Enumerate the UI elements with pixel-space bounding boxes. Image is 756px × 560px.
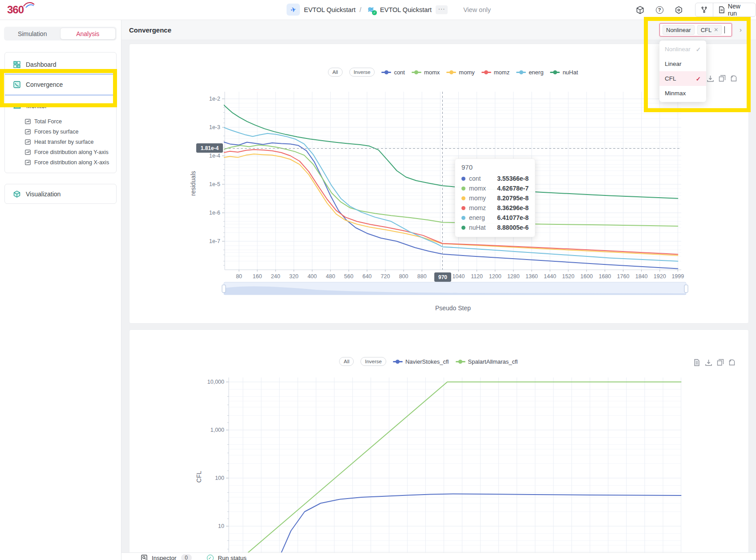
tooltip-row-momy: momy8.20795e-8	[461, 193, 529, 203]
legend-item-momy[interactable]: momy	[446, 69, 474, 76]
tab-simulation[interactable]: Simulation	[5, 28, 60, 40]
legend-button-inverse[interactable]: Inverse	[349, 68, 375, 77]
legend-item-SpalartAllmaras_cfl[interactable]: SpalartAllmaras_cfl	[456, 358, 518, 365]
check-icon: ✓	[696, 75, 701, 82]
legend-label: NavierStokes_cfl	[405, 358, 449, 365]
logo-360[interactable]: 360	[7, 4, 24, 16]
monitor-item[interactable]: Heat transfer by surface	[5, 137, 116, 147]
breadcrumb-project[interactable]: EVTOL Quickstart	[304, 6, 356, 13]
monitor-item-label: Heat transfer by surface	[34, 139, 93, 145]
status-bar: Inspector 0 ✓ Run status	[121, 552, 756, 560]
download-icon[interactable]	[707, 75, 714, 82]
legend-button-all[interactable]: All	[339, 357, 354, 366]
sidebar-item-monitor[interactable]: Monitor	[5, 95, 116, 116]
legend-marker	[412, 70, 421, 74]
zoombox-icon[interactable]	[719, 75, 726, 82]
legend-item-NavierStokes_cfl[interactable]: NavierStokes_cfl	[393, 358, 449, 365]
monitor-icon	[13, 102, 21, 109]
sidebar-item-dashboard[interactable]: Dashboard	[5, 55, 116, 74]
settings-gear-icon[interactable]	[672, 3, 685, 16]
plane-icon: ✈	[290, 5, 297, 14]
legend-label: momx	[424, 69, 440, 76]
download-icon[interactable]	[705, 359, 712, 366]
new-run-button[interactable]: New run	[713, 3, 756, 16]
legend-marker	[393, 360, 403, 364]
sidebar-item-label: Dashboard	[26, 61, 57, 68]
zoombox-icon[interactable]	[717, 359, 724, 366]
legend-item-energ[interactable]: energ	[516, 69, 543, 76]
cfl-legend: AllInverseNavierStokes_cflSpalartAllmara…	[196, 357, 661, 366]
monitor-item[interactable]: Force distribution along Y-axis	[5, 147, 116, 157]
view-only-label: View only	[463, 6, 491, 13]
chart-filter-select[interactable]: Nonlinear CFL ✕	[659, 23, 732, 37]
legend-marker	[550, 70, 560, 74]
sidebar-item-convergence[interactable]: Convergence	[5, 74, 116, 95]
tab-analysis[interactable]: Analysis	[60, 28, 116, 40]
legend-item-cont[interactable]: cont	[381, 69, 405, 76]
legend-item-momz[interactable]: momz	[481, 69, 509, 76]
legend-item-nuHat[interactable]: nuHat	[550, 69, 578, 76]
legend-label: nuHat	[562, 69, 578, 76]
monitor-sublist: Total ForceForces by surfaceHeat transfe…	[5, 116, 116, 173]
tooltip-step: 970	[461, 163, 529, 171]
monitor-item[interactable]: Forces by surface	[5, 126, 116, 137]
nonlinear-x-axis-label: Pseudo Step	[426, 304, 480, 312]
run-success-badge: ✓	[372, 10, 377, 15]
topbar-actions: ? New run	[634, 3, 756, 17]
panel-collapse-chevron[interactable]: ›	[740, 26, 742, 33]
inspector-button[interactable]: Inspector	[152, 555, 177, 560]
legend-item-momx[interactable]: momx	[412, 69, 440, 76]
legend-label: momz	[494, 69, 509, 76]
app-screen: 360 ✈ EVTOL Quickstart / ≋ ✓ EVTOL Quick…	[0, 0, 756, 560]
package-cube-icon[interactable]	[634, 3, 647, 16]
restore-icon[interactable]	[728, 359, 736, 366]
sidebar: Simulation Analysis Dashboard Convergenc…	[0, 20, 121, 560]
help-icon[interactable]: ?	[653, 3, 666, 16]
fork-run-button[interactable]	[695, 3, 713, 16]
dataview-icon[interactable]	[693, 359, 700, 366]
tooltip-row-energ: energ6.41077e-8	[461, 213, 529, 223]
logo-swoosh-icon	[23, 1, 35, 9]
legend-marker	[381, 70, 391, 74]
y-crosshair-badge: 1.81e-4	[196, 143, 223, 153]
legend-marker	[481, 70, 491, 74]
breadcrumb: ✈ EVTOL Quickstart / ≋ ✓ EVTOL Quickstar…	[287, 4, 491, 16]
legend-button-inverse[interactable]: Inverse	[360, 357, 386, 366]
monitor-item-label: Total Force	[34, 118, 62, 125]
legend-label: cont	[394, 69, 405, 76]
sidebar-item-label: Monitor	[26, 102, 47, 110]
monitor-item[interactable]: Force distribution along X-axis	[5, 157, 116, 167]
fork-icon	[701, 6, 707, 13]
page-title: Convergence	[129, 26, 171, 34]
project-icon[interactable]: ✈	[287, 4, 300, 16]
tooltip-row-cont: cont3.55366e-8	[461, 174, 529, 183]
nonlinear-toolbar	[707, 75, 737, 82]
legend-label: momy	[459, 69, 474, 76]
menu-option-linear[interactable]: Linear	[659, 57, 706, 71]
monitor-item[interactable]: Total Force	[5, 116, 116, 126]
monitor-item-label: Force distribution along Y-axis	[34, 149, 109, 155]
chart-filter-menu: Nonlinear✓LinearCFL✓Minmax	[659, 41, 706, 102]
menu-option-nonlinear[interactable]: Nonlinear✓	[659, 42, 706, 57]
filter-tag-nonlinear[interactable]: Nonlinear	[663, 25, 695, 35]
legend-marker	[516, 70, 526, 74]
filter-tag-cfl[interactable]: CFL ✕	[697, 25, 722, 35]
restore-icon[interactable]	[730, 75, 737, 82]
tooltip-row-momz: momz8.36296e-8	[461, 203, 529, 213]
breadcrumb-run[interactable]: EVTOL Quickstart	[380, 6, 432, 13]
legend-button-all[interactable]: All	[328, 68, 343, 77]
menu-option-cfl[interactable]: CFL✓	[659, 71, 706, 86]
tag-close-icon[interactable]: ✕	[714, 27, 718, 33]
inspector-icon	[141, 555, 147, 560]
breadcrumb-separator: /	[360, 6, 361, 13]
cfl-y-axis-label: CFL	[195, 459, 202, 495]
menu-option-minmax[interactable]: Minmax	[659, 86, 706, 101]
sidebar-item-visualization[interactable]: Visualization	[5, 184, 116, 203]
text-cursor	[724, 26, 725, 33]
top-bar: 360 ✈ EVTOL Quickstart / ≋ ✓ EVTOL Quick…	[0, 0, 756, 20]
breadcrumb-more-button[interactable]: ···	[436, 5, 448, 14]
run-status-button[interactable]: Run status	[218, 555, 247, 560]
tag-label: CFL	[701, 27, 712, 33]
mode-tabs: Simulation Analysis	[4, 27, 117, 41]
cfl-toolbar	[693, 359, 736, 366]
